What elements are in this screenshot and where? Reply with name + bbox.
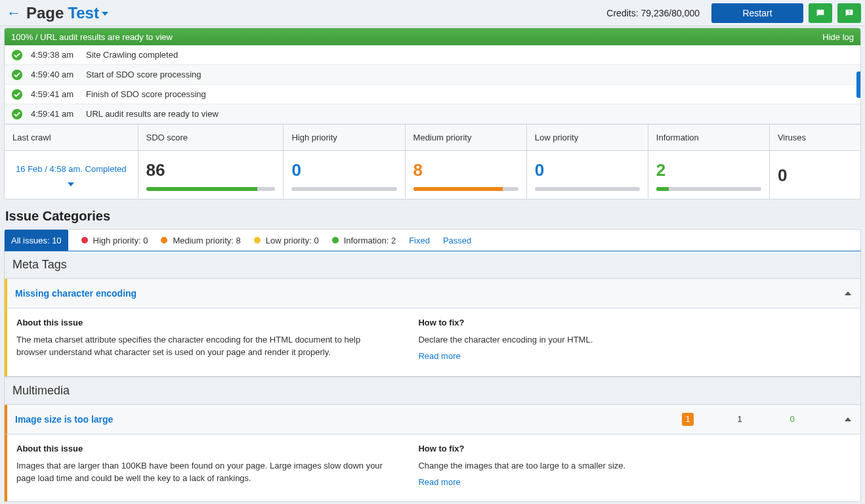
dot-icon (254, 237, 261, 243)
issue-title: Missing character encoding (7, 279, 825, 308)
kpi-low[interactable]: Low priority 0 (527, 125, 648, 199)
progress-bar (291, 187, 396, 191)
log-row: 4:59:41 am Finish of SDO score processin… (5, 85, 860, 104)
kpi-head: High priority (284, 125, 404, 151)
collapse-arrow-icon (845, 417, 851, 421)
log-scroll-handle[interactable] (856, 72, 860, 98)
issue-body: About this issue Images that are larger … (5, 434, 860, 502)
fix-column: How to fix? Change the images that are t… (418, 444, 793, 489)
log-time: 4:59:38 am (31, 50, 78, 60)
category-header: Meta Tags (5, 251, 860, 279)
count-value: 0 (786, 414, 799, 424)
log-list: 4:59:38 am Site Crawling completed 4:59:… (5, 45, 860, 124)
tab-high-priority[interactable]: High priority: 0 (81, 230, 148, 251)
log-row: 4:59:38 am Site Crawling completed (5, 45, 860, 65)
dot-icon (81, 237, 88, 243)
tab-low-priority[interactable]: Low priority: 0 (254, 230, 319, 251)
restart-button[interactable]: Restart (711, 3, 803, 23)
kpi-value: 86 (146, 160, 276, 180)
svg-point-6 (12, 108, 22, 119)
fix-text: Declare the character encoding in your H… (418, 334, 793, 346)
fix-heading: How to fix? (418, 318, 793, 327)
project-dropdown[interactable]: Test (68, 4, 108, 22)
feedback-button[interactable] (809, 3, 832, 23)
issue-counts: 1 1 0 (682, 413, 825, 426)
about-text: The meta charset attribute specifies the… (16, 334, 392, 359)
kpi-high[interactable]: High priority 0 (284, 125, 405, 199)
chat-bubble-icon (815, 8, 826, 18)
tab-medium-priority[interactable]: Medium priority: 8 (161, 230, 240, 251)
last-crawl-value: 16 Feb / 4:58 am. Completed (16, 164, 126, 174)
tab-information[interactable]: Information: 2 (332, 230, 396, 251)
help-button[interactable]: ? (837, 3, 861, 23)
check-circle-icon (11, 69, 23, 81)
kpi-head: SDO score (138, 125, 284, 151)
check-circle-icon (11, 89, 23, 100)
log-row: 4:59:41 am URL audit results are ready t… (5, 104, 860, 124)
svg-point-3 (12, 49, 22, 60)
kpi-head: Viruses (770, 125, 860, 151)
kpi-medium[interactable]: Medium priority 8 (406, 125, 527, 199)
kpi-last-crawl: Last crawl 16 Feb / 4:58 am. Completed (5, 125, 138, 199)
log-message: Finish of SDO score processing (86, 89, 206, 99)
log-time: 4:59:41 am (31, 109, 78, 119)
read-more-link[interactable]: Read more (418, 351, 460, 361)
tab-passed[interactable]: Passed (443, 230, 471, 251)
svg-rect-0 (820, 10, 820, 12)
log-row: 4:59:40 am Start of SDO score processing (5, 65, 860, 85)
kpi-info[interactable]: Information 2 (648, 125, 770, 199)
kpi-value: 0 (778, 165, 853, 186)
kpi-head: Last crawl (5, 125, 138, 151)
kpi-head: Information (648, 125, 769, 151)
check-circle-icon (11, 108, 23, 120)
kpi-head: Low priority (527, 125, 648, 151)
audit-summary-card: 100% / URL audit results are ready to vi… (4, 28, 861, 200)
log-message: Start of SDO score processing (86, 70, 201, 79)
log-time: 4:59:40 am (31, 70, 78, 79)
check-circle-icon (11, 49, 23, 61)
about-heading: About this issue (16, 318, 392, 327)
kpi-sdo-score: SDO score 86 (138, 125, 284, 199)
issue-row[interactable]: Image size is too large 1 1 0 (5, 405, 860, 434)
issue-tabs: All issues: 10 High priority: 0 Medium p… (4, 229, 861, 251)
kpi-value: 0 (535, 160, 640, 180)
progress-bar (535, 187, 640, 191)
last-crawl-dropdown[interactable]: 16 Feb / 4:58 am. Completed (5, 151, 138, 198)
kpi-head: Medium priority (406, 125, 526, 151)
kpi-row: Last crawl 16 Feb / 4:58 am. Completed S… (5, 124, 860, 199)
page-title: Page Test (26, 4, 108, 22)
svg-point-5 (12, 89, 22, 99)
dot-icon (332, 237, 339, 243)
collapse-arrow-icon (845, 291, 851, 295)
kpi-value: 0 (291, 160, 396, 180)
log-message: Site Crawling completed (86, 50, 178, 60)
svg-text:?: ? (848, 10, 851, 14)
caret-down-icon (68, 182, 74, 186)
log-bar-text: 100% / URL audit results are ready to vi… (11, 32, 173, 42)
project-name: Test (68, 4, 99, 22)
issue-title: Image size is too large (7, 405, 682, 434)
dot-icon (161, 237, 167, 243)
log-message: URL audit results are ready to view (86, 109, 219, 119)
about-column: About this issue Images that are larger … (16, 444, 392, 489)
fix-heading: How to fix? (418, 444, 793, 453)
kpi-value: 2 (656, 160, 761, 180)
back-arrow-icon[interactable]: ← (7, 6, 21, 20)
category-header: Multimedia (5, 377, 860, 405)
caret-down-icon (102, 12, 108, 16)
hide-log-button[interactable]: Hide log (822, 32, 854, 42)
tab-all-issues[interactable]: All issues: 10 (5, 230, 68, 251)
issue-categories-card: Meta Tags Missing character encoding Abo… (4, 251, 861, 502)
about-heading: About this issue (16, 444, 392, 453)
progress-bar (146, 187, 276, 191)
issue-row[interactable]: Missing character encoding (5, 279, 860, 308)
log-time: 4:59:41 am (31, 89, 78, 99)
section-title: Issue Categories (5, 209, 860, 224)
about-column: About this issue The meta charset attrib… (16, 318, 392, 363)
count-value: 1 (733, 414, 746, 424)
svg-rect-1 (820, 13, 820, 14)
tab-fixed[interactable]: Fixed (409, 230, 430, 251)
read-more-link[interactable]: Read more (418, 477, 460, 487)
progress-bar (413, 187, 518, 191)
credits-text: Credits: 79,236/80,000 (606, 8, 700, 18)
